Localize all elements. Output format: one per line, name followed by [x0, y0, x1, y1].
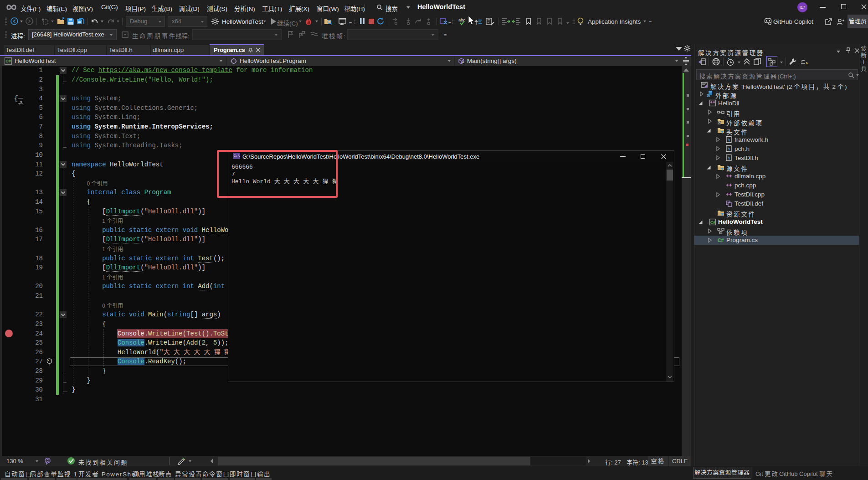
svg-text:h: h [728, 156, 730, 160]
svg-text:h: h [728, 147, 730, 151]
svg-text:h: h [728, 138, 730, 142]
svg-text:C#: C# [710, 220, 715, 224]
svg-text:C#: C# [718, 237, 724, 243]
